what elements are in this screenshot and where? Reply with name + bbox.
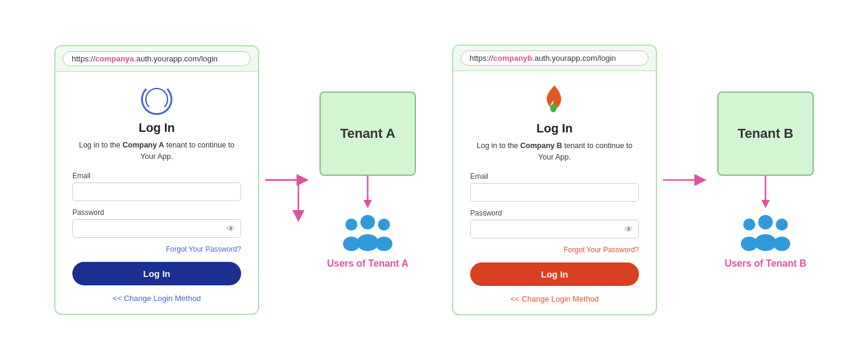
logo-icon-a (141, 84, 172, 115)
arrow-svg-a (265, 120, 313, 240)
eye-icon-a[interactable]: 👁 (227, 224, 235, 234)
email-input-b[interactable] (470, 183, 639, 202)
users-group-b: Users of Tenant B (725, 214, 807, 269)
password-label-a: Password (72, 208, 241, 217)
forgot-link-a[interactable]: Forgot Your Password? (72, 245, 241, 253)
users-group-a: Users of Tenant A (327, 214, 408, 269)
password-input-b[interactable] (470, 220, 639, 238)
svg-point-6 (378, 219, 390, 231)
svg-point-14 (776, 219, 788, 231)
svg-point-3 (357, 234, 379, 251)
email-group-a: Email (72, 172, 241, 201)
users-label-b: Users of Tenant B (725, 258, 807, 269)
tenant-a-section: https://companya.auth.yourapp.com/login … (54, 45, 416, 315)
users-icon-a (341, 214, 395, 256)
forgot-link-b[interactable]: Forgot Your Password? (470, 246, 639, 254)
change-login-a[interactable]: << Change Login Method (72, 294, 241, 303)
password-group-a: Password 👁 (72, 208, 241, 238)
password-group-b: Password 👁 (470, 209, 639, 238)
svg-point-15 (773, 237, 790, 251)
browser-mock-a: https://companya.auth.yourapp.com/login … (54, 45, 259, 315)
url-bar-b: https://companyb.auth.yourapp.com/login (461, 51, 649, 66)
url-prefix-b: https:// (470, 54, 493, 63)
url-highlight-b: companyb (493, 54, 532, 63)
url-suffix-a: .auth.yourapp.com/login (134, 54, 218, 63)
tenant-box-label-a: Tenant A (340, 126, 395, 141)
tenant-a-column: Tenant A (319, 92, 416, 269)
password-label-b: Password (470, 209, 639, 217)
users-icon-b (738, 214, 793, 256)
url-highlight-a: companya (95, 54, 134, 63)
arrow-b-right (663, 120, 711, 240)
svg-marker-9 (761, 200, 770, 208)
users-svg-b (738, 214, 793, 251)
email-label-b: Email (470, 172, 639, 181)
password-input-a[interactable] (72, 219, 241, 238)
svg-point-10 (758, 215, 773, 229)
login-subtitle-b: Log in to the Company B tenant to contin… (470, 140, 639, 163)
tenant-box-label-b: Tenant B (738, 126, 793, 141)
down-arrow-a (359, 176, 377, 209)
arrow-svg-b (663, 120, 711, 240)
url-prefix-a: https:// (72, 54, 95, 63)
login-title-a: Log In (72, 121, 241, 135)
email-input-wrapper-b (470, 183, 639, 202)
password-input-wrapper-a: 👁 (72, 219, 241, 238)
tenant-b-column: Tenant B Users (717, 92, 814, 269)
users-label-a: Users of Tenant A (327, 258, 408, 269)
change-login-b[interactable]: << Change Login Method (470, 294, 639, 303)
browser-mock-b: https://companyb.auth.yourapp.com/login (452, 45, 657, 316)
svg-point-11 (755, 234, 776, 251)
svg-point-12 (743, 219, 755, 231)
svg-point-7 (376, 237, 392, 251)
browser-bar-b: https://companyb.auth.yourapp.com/login (453, 46, 656, 71)
login-subtitle-a: Log in to the Company A tenant to contin… (72, 140, 241, 163)
svg-point-13 (741, 237, 758, 251)
email-input-wrapper-a (72, 182, 241, 201)
browser-content-b: Log In Log in to the Company B tenant to… (453, 71, 656, 315)
login-btn-a[interactable]: Log In (72, 262, 241, 285)
browser-bar-a: https://companya.auth.yourapp.com/login (55, 46, 258, 72)
svg-marker-1 (363, 200, 372, 208)
tenant-box-a: Tenant A (319, 92, 416, 176)
logo-area-b (470, 83, 639, 116)
svg-point-5 (343, 237, 360, 251)
svg-point-4 (345, 219, 357, 231)
logo-icon-b (538, 83, 571, 116)
login-title-b: Log In (470, 122, 639, 135)
email-label-a: Email (72, 172, 241, 180)
url-suffix-b: .auth.yourapp.com/login (532, 54, 616, 63)
password-input-wrapper-b: 👁 (470, 220, 639, 238)
eye-icon-b[interactable]: 👁 (624, 225, 633, 234)
url-bar-a: https://companya.auth.yourapp.com/login (63, 51, 251, 66)
email-group-b: Email (470, 172, 639, 202)
users-svg-a (341, 214, 395, 251)
diagram-wrapper: https://companya.auth.yourapp.com/login … (18, 45, 850, 316)
tenant-box-b: Tenant B (717, 92, 814, 176)
arrow-a-right (265, 120, 313, 240)
login-btn-b[interactable]: Log In (470, 262, 639, 286)
svg-point-2 (360, 215, 375, 229)
email-input-a[interactable] (72, 182, 241, 201)
logo-area-a (72, 84, 241, 115)
down-arrow-b (756, 176, 775, 209)
browser-content-a: Log In Log in to the Company A tenant to… (55, 72, 258, 314)
tenant-b-section: https://companyb.auth.yourapp.com/login (452, 45, 814, 316)
